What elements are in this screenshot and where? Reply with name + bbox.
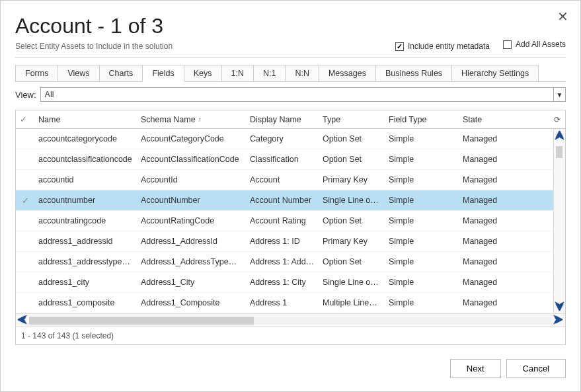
refresh-icon[interactable]: ⟳	[552, 114, 562, 125]
cell-type: Single Line of Text	[319, 278, 385, 287]
scroll-down-icon[interactable]: ⮟	[555, 301, 565, 312]
cell-schema: AccountCategoryCode	[137, 134, 246, 143]
cell-type: Option Set	[319, 216, 385, 225]
cancel-button[interactable]: Cancel	[506, 359, 566, 378]
table-row[interactable]: accountcategorycodeAccountCategoryCodeCa…	[16, 129, 553, 149]
table-row[interactable]: address1_addresstypecodeAddress1_Address…	[16, 252, 553, 272]
tab-forms[interactable]: Forms	[15, 65, 58, 81]
cell-display: Category	[246, 134, 319, 143]
table-row[interactable]: address1_cityAddress1_CityAddress 1: Cit…	[16, 272, 553, 293]
vertical-scrollbar[interactable]: ⮝ ⮟	[553, 129, 565, 313]
cell-state: Managed	[459, 257, 525, 266]
col-type[interactable]: Type	[319, 115, 385, 124]
cell-state: Managed	[459, 134, 525, 143]
scroll-up-icon[interactable]: ⮝	[555, 130, 565, 141]
cell-schema: Address1_AddressTypeCode	[137, 257, 246, 266]
tab-n-n[interactable]: N:N	[285, 65, 319, 81]
table-row[interactable]: accountratingcodeAccountRatingCodeAccoun…	[16, 211, 553, 231]
chevron-down-icon: ▼	[553, 88, 565, 101]
tab-n-1[interactable]: N:1	[253, 65, 286, 81]
select-all-checkbox[interactable]: ✓	[16, 114, 34, 124]
view-select[interactable]: All ▼	[40, 87, 566, 102]
col-display-name[interactable]: Display Name	[246, 115, 319, 124]
cell-name: address1_composite	[34, 298, 137, 307]
table-row[interactable]: address1_compositeAddress1_CompositeAddr…	[16, 293, 553, 313]
cell-name: address1_addresstypecode	[34, 257, 137, 266]
cell-state: Managed	[459, 237, 525, 246]
scroll-left-icon[interactable]: ⮜	[16, 315, 29, 326]
tab-keys[interactable]: Keys	[184, 65, 222, 81]
checkbox-icon	[395, 42, 404, 51]
cell-field-type: Simple	[385, 298, 459, 307]
page-subtitle: Select Entity Assets to Include in the s…	[15, 42, 382, 51]
col-name[interactable]: Name	[34, 115, 137, 124]
tab-hierarchy-settings[interactable]: Hierarchy Settings	[451, 65, 539, 81]
cell-field-type: Simple	[385, 237, 459, 246]
tab-1-n[interactable]: 1:N	[221, 65, 254, 81]
tab-views[interactable]: Views	[58, 65, 99, 81]
view-value: All	[45, 90, 54, 99]
next-button[interactable]: Next	[450, 359, 501, 378]
cell-type: Option Set	[319, 134, 385, 143]
col-schema-name[interactable]: Schema Name↑	[137, 115, 246, 124]
cell-schema: Address1_Composite	[137, 298, 246, 307]
page-title: Account - 1 of 3	[15, 14, 566, 38]
cell-type: Multiple Lines of...	[319, 298, 385, 307]
table-row[interactable]: accountidAccountIdAccountPrimary KeySimp…	[16, 170, 553, 190]
table-row[interactable]: accountclassificationcodeAccountClassifi…	[16, 149, 553, 170]
cell-name: accountratingcode	[34, 216, 137, 225]
close-icon[interactable]: ✕	[557, 10, 568, 23]
cell-field-type: Simple	[385, 175, 459, 184]
cell-schema: AccountNumber	[137, 196, 246, 205]
cell-display: Address 1: City	[246, 278, 319, 287]
tab-bar: FormsViewsChartsFieldsKeys1:NN:1N:NMessa…	[15, 65, 566, 82]
tab-messages[interactable]: Messages	[319, 65, 376, 81]
cell-display: Classification	[246, 155, 319, 164]
scroll-thumb[interactable]	[29, 317, 254, 325]
cell-field-type: Simple	[385, 155, 459, 164]
cell-schema: AccountRatingCode	[137, 216, 246, 225]
cell-type: Primary Key	[319, 175, 385, 184]
cell-field-type: Simple	[385, 196, 459, 205]
cell-schema: AccountId	[137, 175, 246, 184]
cell-display: Address 1: Addr...	[246, 257, 319, 266]
tab-fields[interactable]: Fields	[142, 65, 184, 82]
col-field-type[interactable]: Field Type	[385, 115, 459, 124]
cell-field-type: Simple	[385, 257, 459, 266]
cell-state: Managed	[459, 155, 525, 164]
checkbox-icon	[503, 40, 512, 49]
cell-schema: Address1_AddressId	[137, 237, 246, 246]
horizontal-scrollbar[interactable]: ⮜ ⮞	[16, 313, 565, 327]
scroll-right-icon[interactable]: ⮞	[552, 315, 565, 326]
cell-name: address1_city	[34, 278, 137, 287]
cell-field-type: Simple	[385, 216, 459, 225]
row-check-icon[interactable]: ✓	[16, 196, 34, 206]
table-row[interactable]: ✓accountnumberAccountNumberAccount Numbe…	[16, 190, 553, 211]
scroll-thumb[interactable]	[556, 146, 562, 158]
cell-field-type: Simple	[385, 278, 459, 287]
tab-business-rules[interactable]: Business Rules	[375, 65, 452, 81]
cell-schema: Address1_City	[137, 278, 246, 287]
include-metadata-label: Include entity metadata	[408, 42, 490, 51]
cell-display: Address 1	[246, 298, 319, 307]
cell-display: Account Rating	[246, 216, 319, 225]
table-row[interactable]: address1_addressidAddress1_AddressIdAddr…	[16, 231, 553, 252]
cell-display: Address 1: ID	[246, 237, 319, 246]
fields-grid: ✓ Name Schema Name↑ Display Name Type Fi…	[15, 110, 566, 345]
cell-type: Option Set	[319, 257, 385, 266]
cell-type: Primary Key	[319, 237, 385, 246]
grid-status: 1 - 143 of 143 (1 selected)	[16, 327, 565, 344]
cell-name: accountnumber	[34, 196, 137, 205]
cell-state: Managed	[459, 196, 525, 205]
view-label: View:	[15, 90, 36, 100]
tab-charts[interactable]: Charts	[99, 65, 143, 81]
col-state[interactable]: State	[459, 115, 525, 124]
cell-name: accountclassificationcode	[34, 155, 137, 164]
include-metadata-checkbox[interactable]: Include entity metadata	[395, 42, 490, 51]
cell-display: Account Number	[246, 196, 319, 205]
grid-header: ✓ Name Schema Name↑ Display Name Type Fi…	[16, 110, 565, 129]
cell-type: Single Line of Text	[319, 196, 385, 205]
cell-schema: AccountClassificationCode	[137, 155, 246, 164]
add-all-assets-checkbox[interactable]: Add All Assets	[503, 40, 566, 49]
cell-field-type: Simple	[385, 134, 459, 143]
